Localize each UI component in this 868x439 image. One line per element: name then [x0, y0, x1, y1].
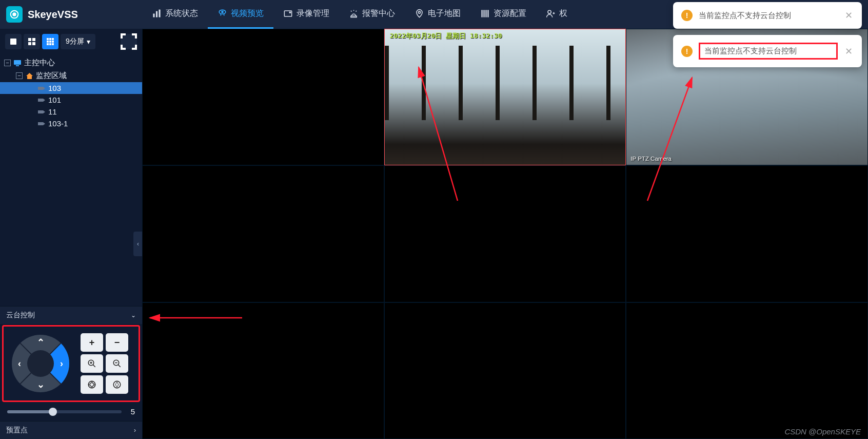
layout-9-button[interactable]	[42, 34, 58, 49]
svg-rect-24	[47, 41, 49, 43]
svg-point-15	[548, 10, 551, 13]
tree-item-label: 101	[48, 96, 61, 104]
nav-label: 视频预览	[231, 8, 264, 19]
svg-rect-12	[483, 10, 484, 17]
sidebar-collapse-handle[interactable]: ‹	[133, 232, 143, 256]
chevron-down-icon: ▾	[87, 37, 90, 46]
tree-group-label: 监控区域	[36, 71, 67, 81]
nav-system-status[interactable]: 系统状态	[142, 0, 208, 29]
svg-rect-9	[351, 16, 357, 17]
nav-video-preview[interactable]: 视频预览	[208, 0, 273, 29]
svg-line-39	[93, 365, 95, 367]
collapse-icon[interactable]: −	[4, 60, 11, 66]
collapse-icon[interactable]: −	[16, 72, 23, 79]
main-nav: 系统状态 视频预览 录像管理 报警中心 电子地图 资源配置 权	[142, 0, 577, 29]
home-icon	[25, 72, 33, 80]
ptz-zoom-out-button[interactable]: −	[106, 333, 128, 352]
ptz-section-header[interactable]: 云台控制 ⌄	[0, 306, 142, 324]
ptz-down-button[interactable]: ⌄	[34, 378, 47, 391]
ptz-focus-in-button[interactable]	[81, 354, 103, 373]
nav-resource-config[interactable]: 资源配置	[470, 0, 536, 29]
svg-rect-27	[47, 43, 49, 45]
svg-rect-30	[14, 60, 21, 65]
nav-label: 电子地图	[428, 8, 461, 19]
feed-timestamp: 2022年03月20日 星期日 18:32:30	[390, 31, 502, 41]
device-tree: − 主控中心 − 监控区域 103 101	[0, 54, 142, 131]
video-cell[interactable]	[626, 302, 868, 439]
camera-icon	[37, 108, 46, 116]
layout-1-button[interactable]	[5, 34, 22, 49]
view-toolbar: 9分屏 ▾	[0, 29, 142, 54]
tree-camera-item[interactable]: 103	[0, 82, 142, 94]
nav-permission[interactable]: 权	[536, 0, 577, 29]
toast-message: 当前监控点不支持云台控制	[699, 43, 838, 60]
ptz-iris-open-button[interactable]	[81, 375, 103, 394]
nav-record-manage[interactable]: 录像管理	[273, 0, 339, 29]
ptz-direction-wheel: ⌃ ⌄ ‹ ›	[10, 333, 71, 394]
preset-title: 预置点	[6, 426, 28, 435]
tree-group[interactable]: − 监控区域	[0, 69, 142, 82]
svg-rect-18	[32, 38, 35, 41]
layout-select[interactable]: 9分屏 ▾	[61, 34, 95, 49]
svg-line-43	[118, 365, 121, 367]
feed-label: IP PTZ Camera	[630, 156, 672, 162]
warning-icon: !	[681, 46, 693, 57]
camera-icon	[37, 120, 46, 127]
video-cell[interactable]	[384, 302, 626, 439]
chevron-down-icon: ⌄	[131, 312, 136, 319]
video-cell[interactable]	[626, 165, 868, 302]
svg-rect-31	[16, 65, 19, 66]
tree-camera-item[interactable]: 11	[0, 106, 142, 118]
layout-4-button[interactable]	[24, 34, 40, 49]
ptz-left-button[interactable]: ‹	[13, 357, 26, 370]
svg-point-1	[13, 13, 16, 16]
app-name: SkeyeVSS	[28, 9, 78, 21]
svg-rect-26	[52, 41, 54, 43]
layout-select-label: 9分屏	[66, 37, 84, 46]
ptz-zoom-in-button[interactable]: +	[81, 333, 103, 352]
video-cell-active[interactable]: 2022年03月20日 星期日 18:32:30	[384, 29, 626, 165]
svg-rect-25	[49, 41, 51, 43]
video-cell[interactable]	[142, 302, 384, 439]
svg-point-6	[222, 11, 223, 13]
tree-item-label: 11	[48, 107, 57, 116]
ptz-iris-close-button[interactable]	[106, 375, 128, 394]
svg-point-45	[88, 381, 95, 388]
close-icon[interactable]: ✕	[844, 10, 854, 21]
svg-rect-28	[49, 43, 51, 45]
ptz-speed-slider[interactable]	[7, 410, 122, 413]
svg-rect-22	[49, 38, 51, 40]
ptz-title: 云台控制	[6, 311, 35, 320]
svg-rect-2	[153, 14, 154, 17]
tree-item-label: 103	[48, 84, 61, 92]
app-logo: SkeyeVSS	[6, 6, 142, 23]
nav-emap[interactable]: 电子地图	[405, 0, 470, 29]
svg-rect-3	[156, 11, 157, 17]
nav-label: 录像管理	[297, 8, 329, 19]
video-cell[interactable]	[142, 29, 384, 165]
video-cell[interactable]	[384, 165, 626, 302]
nav-alarm-center[interactable]: 报警中心	[339, 0, 405, 29]
preset-section-header[interactable]: 预置点 ›	[0, 421, 142, 439]
svg-rect-13	[485, 10, 486, 17]
video-cell[interactable]	[142, 165, 384, 302]
svg-rect-4	[159, 10, 160, 17]
ptz-right-button[interactable]: ›	[55, 357, 68, 370]
nav-label: 系统状态	[165, 8, 198, 19]
tree-camera-item[interactable]: 103-1	[0, 118, 142, 129]
fullscreen-button[interactable]	[121, 34, 137, 49]
ptz-panel: ⌃ ⌄ ‹ › + −	[2, 325, 140, 402]
toast-warning: ! 当前监控点不支持云台控制 ✕	[673, 35, 862, 67]
camera-icon	[37, 85, 46, 92]
svg-rect-19	[28, 42, 31, 45]
close-icon[interactable]: ✕	[844, 46, 854, 57]
svg-point-8	[289, 12, 290, 13]
monitor-icon	[13, 60, 22, 67]
ptz-up-button[interactable]: ⌃	[34, 336, 47, 349]
svg-point-10	[419, 11, 421, 13]
tree-camera-item[interactable]: 101	[0, 94, 142, 106]
tree-root-label: 主控中心	[24, 58, 55, 68]
tree-root[interactable]: − 主控中心	[0, 56, 142, 69]
svg-rect-29	[52, 43, 54, 45]
ptz-focus-out-button[interactable]	[106, 354, 128, 373]
